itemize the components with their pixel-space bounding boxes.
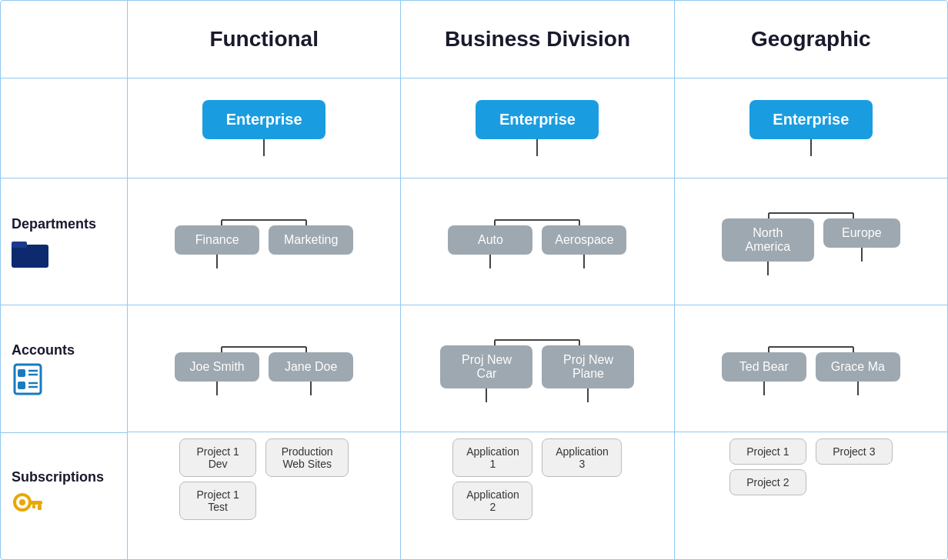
geographic-enterprise-node[interactable]: Enterprise	[749, 100, 873, 139]
business-projplane-node[interactable]: Proj New Plane	[542, 345, 634, 388]
diagram-columns: Enterprise	[128, 78, 947, 559]
functional-sub2-node[interactable]: Project 1 Test	[179, 482, 256, 520]
business-aerospace-node[interactable]: Aerospace	[542, 225, 626, 255]
geographic-europe-node[interactable]: Europe	[823, 218, 900, 248]
business-enterprise-row: Enterprise	[401, 78, 673, 178]
business-subs-row: Application 1 Application 2 Application …	[401, 432, 673, 559]
functional-subs-row: Project 1 Dev Project 1 Test Production …	[128, 432, 400, 559]
geographic-europe-branch: Europe	[823, 218, 900, 262]
svg-rect-2	[12, 242, 27, 248]
geographic-dept-row: North America Europe	[675, 178, 947, 305]
geographic-enterprise-section: Enterprise	[749, 78, 873, 178]
business-sub3-node[interactable]: Application 3	[542, 438, 622, 477]
svg-rect-14	[32, 505, 35, 508]
business-auto-branch: Auto	[448, 225, 532, 268]
functional-accounts-children: Joe Smith Jane Doe	[134, 352, 394, 395]
business-auto-node[interactable]: Auto	[448, 225, 532, 255]
label-accounts: Accounts	[1, 305, 127, 432]
functional-finance-node[interactable]: Finance	[175, 225, 259, 255]
geographic-dept-section: North America Europe	[675, 178, 947, 305]
geographic-gracema-node[interactable]: Grace Ma	[816, 352, 900, 382]
geographic-gracema-vline	[857, 382, 859, 395]
geographic-dept-hbar	[726, 208, 896, 218]
geographic-subs-row: Project 1 Project 2 Project 3	[675, 432, 947, 559]
geographic-northam-branch: North America	[722, 218, 814, 275]
business-enterprise-node[interactable]: Enterprise	[476, 100, 599, 139]
business-dept-row: Auto Aerospace	[401, 178, 673, 305]
header-row: Functional Business Division Geographic	[1, 1, 947, 78]
business-dept-hbar	[452, 215, 622, 225]
business-enterprise-section: Enterprise	[476, 78, 599, 178]
business-aerospace-branch: Aerospace	[542, 225, 626, 268]
geographic-ent-vline	[810, 139, 812, 156]
geographic-tedbear-node[interactable]: Ted Bear	[722, 352, 806, 382]
label-departments: Departments	[1, 178, 127, 305]
geographic-tedbear-branch: Ted Bear	[722, 352, 806, 395]
functional-marketing-branch: Marketing	[269, 225, 353, 255]
business-projplane-branch: Proj New Plane	[542, 345, 634, 402]
svg-rect-12	[28, 501, 42, 505]
business-subs-children: Application 1 Application 2 Application …	[452, 438, 622, 520]
functional-subs-section: Project 1 Dev Project 1 Test Production …	[128, 432, 400, 559]
geographic-gracema-branch: Grace Ma	[816, 352, 900, 395]
label-enterprise-spacer	[1, 78, 127, 178]
business-acc-connector	[452, 335, 622, 345]
key-icon	[12, 490, 44, 522]
header-functional: Functional	[128, 1, 401, 78]
functional-sub3-node[interactable]: Production Web Sites	[265, 438, 349, 477]
label-subscriptions: Subscriptions	[1, 433, 127, 559]
business-projcar-subs: Application 1 Application 2	[452, 438, 532, 520]
geographic-europe-vline	[861, 248, 863, 262]
svg-rect-4	[18, 369, 25, 377]
geographic-northam-node[interactable]: North America	[722, 218, 814, 262]
business-ent-vline	[536, 139, 538, 156]
functional-janedoe-branch: Jane Doe	[269, 352, 353, 395]
geographic-sub3-node[interactable]: Project 3	[816, 438, 893, 465]
functional-sub1-node[interactable]: Project 1 Dev	[179, 438, 256, 477]
business-subs-section: Application 1 Application 2 Application …	[401, 432, 673, 559]
geographic-sub2-node[interactable]: Project 2	[729, 469, 806, 495]
svg-rect-7	[18, 382, 25, 389]
functional-enterprise-node[interactable]: Enterprise	[202, 100, 325, 139]
functional-janedoe-vline	[310, 382, 312, 395]
functional-joesmith-node[interactable]: Joe Smith	[175, 352, 259, 382]
geographic-dept-children: North America Europe	[681, 218, 941, 275]
business-sub1-node[interactable]: Application 1	[452, 438, 532, 477]
geographic-enterprise-branch: Enterprise	[749, 100, 873, 156]
functional-dept-hbar	[179, 215, 349, 225]
functional-accounts-row: Joe Smith Jane Doe	[128, 305, 400, 432]
geographic-accounts-section: Ted Bear Grace Ma	[675, 305, 947, 432]
functional-janedoe-node[interactable]: Jane Doe	[269, 352, 353, 382]
functional-column: Enterprise	[128, 78, 401, 559]
business-auto-vline	[489, 255, 491, 268]
functional-dept-row: Finance Marketing	[128, 178, 400, 305]
business-projplane-vline	[587, 388, 589, 402]
business-projcar-vline	[486, 388, 487, 402]
business-sub2-node[interactable]: Application 2	[452, 482, 532, 520]
functional-joesmith-subs: Project 1 Dev Project 1 Test	[179, 438, 256, 520]
geographic-acc-hbar	[726, 342, 896, 352]
svg-point-11	[19, 499, 25, 505]
business-accounts-children: Proj New Car Proj New Plane	[407, 345, 667, 402]
svg-rect-13	[38, 505, 42, 510]
header-spacer	[1, 1, 128, 78]
geographic-column: Enterprise	[675, 78, 947, 559]
org-chart-container: Functional Business Division Geographic …	[0, 0, 948, 560]
business-aerospace-vline	[583, 255, 585, 268]
geographic-subs-children: Project 1 Project 2 Project 3	[726, 438, 896, 495]
business-column: Enterprise	[401, 78, 674, 559]
functional-marketing-node[interactable]: Marketing	[269, 225, 353, 255]
business-accounts-row: Proj New Car Proj New Plane	[401, 305, 673, 432]
functional-finance-vline	[216, 255, 218, 268]
geographic-northam-vline	[767, 262, 769, 275]
business-enterprise-branch: Enterprise	[476, 100, 599, 156]
functional-janedoe-subs: Production Web Sites	[265, 438, 349, 477]
functional-enterprise-section: Enterprise	[202, 78, 325, 178]
geographic-sub1-node[interactable]: Project 1	[729, 438, 806, 465]
geographic-enterprise-row: Enterprise	[675, 78, 947, 178]
functional-dept-children: Finance Marketing	[134, 225, 394, 268]
business-dept-children: Auto Aerospace	[407, 225, 667, 268]
business-projcar-node[interactable]: Proj New Car	[440, 345, 532, 388]
business-projcar-sub-stack: Application 1 Application 2	[452, 438, 532, 520]
geographic-gracema-subs: Project 3	[816, 438, 893, 465]
